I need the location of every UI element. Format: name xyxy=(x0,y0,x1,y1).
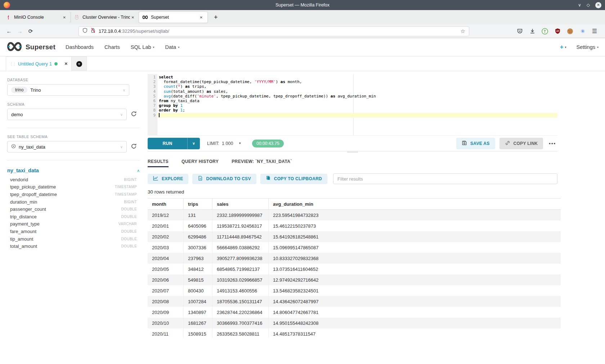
save-as-button[interactable]: SAVE AS xyxy=(456,138,495,149)
column-header-avg-duration-min[interactable]: avg_duration_min xyxy=(269,199,561,209)
column-row-payment-type: payment_typeVARCHAR xyxy=(10,220,137,228)
table-cell: 10.833327029832368 xyxy=(269,253,561,264)
column-name: trip_distance xyxy=(10,214,37,219)
tab-query-history[interactable]: QUERY HISTORY xyxy=(182,159,219,167)
column-row-vendorid: vendoridBIGINT xyxy=(10,176,137,183)
tab-preview-ny-taxi-data[interactable]: PREVIEW: `NY_TAXI_DATA` xyxy=(232,159,292,167)
sparkle-extension-icon[interactable]: ✳ xyxy=(579,28,586,35)
code-line: avg(date_diff('minute', tpep_pickup_date… xyxy=(159,94,557,99)
column-type: DOUBLE xyxy=(121,229,137,233)
run-button[interactable]: RUN ∨ xyxy=(148,138,200,149)
insecure-lock-icon[interactable] xyxy=(91,28,95,35)
table-schema-title[interactable]: ny_taxi_data xyxy=(7,168,39,173)
table-cell: 14.950155448242308 xyxy=(269,318,561,328)
new-tab-button[interactable]: + xyxy=(211,14,221,21)
superset-favicon-icon xyxy=(142,14,148,20)
nav-item-label: SQL Lab xyxy=(131,44,151,50)
table-cell: 2020/04 xyxy=(148,253,184,264)
window-close-icon[interactable]: ✕ xyxy=(595,2,601,8)
browser-toolbar: ← → ⟳ 172.18.0.4:32295/superset/sqllab/ … xyxy=(0,24,605,38)
browser-tab-superset[interactable]: Superset✕ xyxy=(139,12,207,23)
back-button[interactable]: ← xyxy=(4,28,14,34)
new-query-tab-button[interactable]: + xyxy=(72,57,86,71)
tab-close-icon[interactable]: ✕ xyxy=(62,15,67,20)
add-new-button[interactable]: +▾ xyxy=(560,44,566,51)
refresh-schemas-icon[interactable] xyxy=(131,111,137,118)
table-cell: 14.48517378311547 xyxy=(269,328,561,338)
tab-close-icon[interactable]: ✕ xyxy=(130,15,136,20)
schema-select[interactable]: demo ∨ xyxy=(7,109,127,120)
editor-gutter: 123456789 xyxy=(148,74,157,135)
column-row-tip-amount: tip_amountDOUBLE xyxy=(10,235,137,243)
database-select[interactable]: trino Trino ∨ xyxy=(7,84,129,96)
save-as-label: SAVE AS xyxy=(470,141,489,146)
bookmark-star-icon[interactable]: ☆ xyxy=(461,28,465,35)
sql-code-editor[interactable]: 123456789 select format_datetime(tpep_pi… xyxy=(148,74,557,135)
table-cell: 119538721.92456317 xyxy=(212,220,269,231)
splitter-grip-icon[interactable] xyxy=(347,150,358,154)
run-button-label[interactable]: RUN xyxy=(148,138,187,149)
table-row: 2020/0654981510319263.02996685712.974924… xyxy=(148,274,561,285)
nav-item-data[interactable]: Data▾ xyxy=(165,44,180,50)
limit-value: 1 000 xyxy=(222,141,233,146)
column-header-trips[interactable]: trips xyxy=(184,199,212,209)
pane-splitter[interactable] xyxy=(148,151,557,155)
cookie-icon[interactable] xyxy=(567,28,574,35)
sql-editor-pane: 123456789 select format_datetime(tpep_pi… xyxy=(144,71,605,338)
superset-brand[interactable]: Superset xyxy=(6,42,55,53)
table-row: 2019/121312332.1899999999987223.59541984… xyxy=(148,210,561,220)
query-tab-untitled-query-1[interactable]: ⋮⋮ Untitled Query 1 ✕ xyxy=(6,57,72,71)
table-cell: 2020/05 xyxy=(148,264,184,274)
table-cell: 131 xyxy=(184,210,212,220)
url-bar[interactable]: 172.18.0.4:32295/superset/sqllab/ ☆ xyxy=(79,26,469,36)
table-cell: 2020/03 xyxy=(148,242,184,253)
column-header-sales[interactable]: sales xyxy=(212,199,269,209)
pocket-icon[interactable] xyxy=(516,28,523,35)
menu-icon[interactable]: ☰ xyxy=(592,28,597,35)
button-explore[interactable]: EXPLORE xyxy=(148,174,188,184)
tab-close-icon[interactable]: ✕ xyxy=(198,15,204,20)
table-select-value: ny_taxi_data xyxy=(19,144,45,150)
nav-item-sql-lab[interactable]: SQL Lab▾ xyxy=(131,44,154,50)
column-header-month[interactable]: month xyxy=(148,199,184,209)
forward-button[interactable]: → xyxy=(14,28,25,34)
downloads-icon[interactable] xyxy=(529,28,536,35)
ublock-shield-icon[interactable]: uO xyxy=(554,28,561,35)
browser-tab-title: MinIO Console xyxy=(14,15,62,20)
results-tab-bar: RESULTSQUERY HISTORYPREVIEW: `NY_TAXI_DA… xyxy=(148,159,557,167)
button-label: COPY TO CLIPBOARD xyxy=(274,176,322,181)
shield-icon[interactable] xyxy=(82,28,88,35)
column-name: duration_min xyxy=(10,199,37,205)
run-options-chevron-icon[interactable]: ∨ xyxy=(187,138,200,149)
table-cell: 23628744.220236864 xyxy=(212,307,269,318)
nav-item-label: Dashboards xyxy=(66,44,94,50)
chevron-down-icon: ∨ xyxy=(123,88,125,92)
query-tab-close-icon[interactable]: ✕ xyxy=(64,62,68,66)
tab-results[interactable]: RESULTS xyxy=(148,159,169,167)
browser-tab-cluster-overview-trino[interactable]: Cluster Overview - Trino✕ xyxy=(71,12,139,23)
table-cell: 1681267 xyxy=(184,318,212,328)
table-cell: 348412 xyxy=(184,264,212,274)
column-name: payment_type xyxy=(10,221,40,227)
nav-item-charts[interactable]: Charts xyxy=(104,44,120,50)
window-minimize-icon[interactable]: ∨ xyxy=(578,2,581,8)
collapse-table-icon[interactable]: ∧ xyxy=(137,168,140,173)
column-row-duration-min: duration_minBIGINT xyxy=(10,198,137,206)
button-copy-to-clipboard[interactable]: COPY TO CLIPBOARD xyxy=(260,174,327,184)
window-maximize-icon[interactable]: ◇ xyxy=(587,2,590,8)
table-select[interactable]: ny_taxi_data ∨ xyxy=(7,141,127,153)
column-row-fare-amount: fare_amountDOUBLE xyxy=(10,228,137,235)
reload-button[interactable]: ⟳ xyxy=(25,28,36,35)
drag-handle-icon[interactable]: ⋮⋮ xyxy=(10,62,15,66)
button-download-to-csv[interactable]: DOWNLOAD TO CSV xyxy=(192,174,256,184)
browser-tab-minio-console[interactable]: MinIO Console✕ xyxy=(2,12,71,23)
limit-dropdown[interactable]: LIMIT: 1 000 ▼ xyxy=(207,141,241,146)
nav-item-dashboards[interactable]: Dashboards xyxy=(66,44,94,50)
filter-results-input[interactable] xyxy=(333,173,557,184)
more-options-button[interactable]: ••• xyxy=(547,141,557,146)
settings-menu[interactable]: Settings▾ xyxy=(577,44,599,50)
extension-green-icon[interactable] xyxy=(542,28,548,35)
refresh-tables-icon[interactable] xyxy=(131,143,137,151)
copy-link-button[interactable]: COPY LINK xyxy=(499,138,543,149)
code-line: format_datetime(tpep_pickup_datetime, 'Y… xyxy=(159,79,557,84)
